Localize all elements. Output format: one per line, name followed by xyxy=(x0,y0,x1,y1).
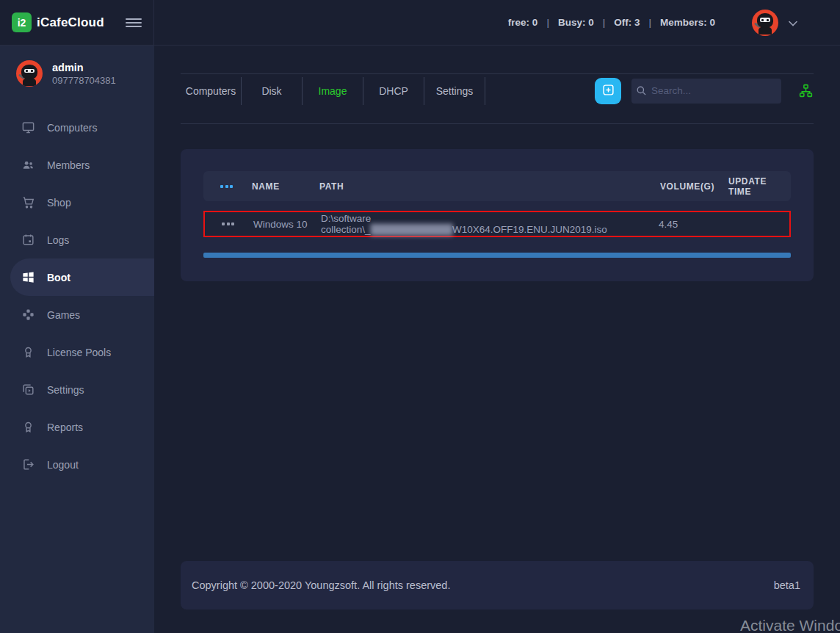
monitor-icon xyxy=(21,120,35,135)
cell-path: D:\software collection\_█████████████W10… xyxy=(321,213,659,235)
column-header-name: NAME xyxy=(252,181,319,192)
column-header-volume: VOLUME(G) xyxy=(660,181,728,192)
badge-icon xyxy=(21,345,35,360)
gamepad-icon xyxy=(21,308,35,322)
search-box xyxy=(631,79,781,104)
tab-settings[interactable]: Settings xyxy=(424,77,485,105)
sidebar-item-label: Reports xyxy=(47,422,83,433)
tab-bar: Computers Disk Image DHCP Settings xyxy=(181,77,485,105)
sidebar-item-label: Shop xyxy=(47,197,71,209)
stat-members: Members: 0 xyxy=(660,17,715,28)
row-actions-icon[interactable] xyxy=(205,223,253,225)
version-label: beta1 xyxy=(774,579,800,591)
stat-separator: | xyxy=(546,17,549,28)
cell-volume: 4.45 xyxy=(659,219,727,230)
search-input[interactable] xyxy=(651,85,781,96)
topbar: i2 iCafeCloud free: 0 | Busy: 0 | Off: 3… xyxy=(0,0,840,46)
table-header: NAME PATH VOLUME(G) UPDATE TIME xyxy=(203,171,791,201)
divider xyxy=(181,123,814,124)
members-icon xyxy=(21,158,35,173)
footer: Copyright © 2000-2020 Youngzsoft. All ri… xyxy=(181,561,814,610)
sidebar-item-shop[interactable]: Shop xyxy=(0,184,154,221)
sidebar-item-logs[interactable]: Logs xyxy=(0,221,154,258)
logout-icon xyxy=(21,457,35,472)
column-header-update-time: UPDATE TIME xyxy=(728,176,791,197)
column-header-path: PATH xyxy=(319,181,660,192)
stat-off: Off: 3 xyxy=(614,17,640,28)
tabs-toolbar-row: Computers Disk Image DHCP Settings xyxy=(181,73,814,107)
sidebar-item-label: Logs xyxy=(47,234,69,246)
main-content: Computers Disk Image DHCP Settings xyxy=(154,73,840,610)
sidebar-menu: Computers Members Shop Logs Boot xyxy=(0,109,154,483)
table-row[interactable]: Windows 10 D:\software collection\_█████… xyxy=(203,211,791,237)
sidebar-item-logout[interactable]: Logout xyxy=(0,446,154,483)
tab-computers[interactable]: Computers xyxy=(181,77,242,105)
calendar-icon xyxy=(21,233,35,247)
sidebar-item-members[interactable]: Members xyxy=(0,146,154,184)
badge-icon xyxy=(21,420,35,435)
logo-icon: i2 xyxy=(12,12,32,32)
sidebar: admin 097778704381 Computers Members Sho… xyxy=(0,46,154,633)
sidebar-item-license-pools[interactable]: License Pools xyxy=(0,333,154,371)
search-icon xyxy=(631,85,651,96)
sidebar-item-settings[interactable]: Settings xyxy=(0,371,154,408)
row-actions-icon[interactable] xyxy=(203,185,252,188)
profile-name: admin xyxy=(52,62,116,73)
censored-path-segment: █████████████ xyxy=(371,224,452,235)
menu-icon[interactable] xyxy=(126,16,142,29)
chevron-down-icon[interactable] xyxy=(789,16,797,29)
toolbar xyxy=(595,78,814,104)
sidebar-item-label: Boot xyxy=(47,272,70,283)
stat-free: free: 0 xyxy=(508,17,538,28)
tab-image[interactable]: Image xyxy=(303,77,363,105)
tab-dhcp[interactable]: DHCP xyxy=(363,77,424,105)
stat-separator: | xyxy=(603,17,606,28)
profile-phone: 097778704381 xyxy=(52,75,116,86)
image-table-panel: NAME PATH VOLUME(G) UPDATE TIME Windows … xyxy=(181,149,814,281)
horizontal-scrollbar[interactable] xyxy=(203,253,791,258)
topbar-right: free: 0 | Busy: 0 | Off: 3 | Members: 0 xyxy=(154,10,840,36)
app-logo[interactable]: i2 iCafeCloud xyxy=(12,12,104,32)
profile-avatar xyxy=(16,60,43,87)
sidebar-item-label: Logout xyxy=(47,459,79,471)
cart-icon xyxy=(21,195,35,210)
sidebar-item-games[interactable]: Games xyxy=(0,296,154,333)
user-avatar[interactable] xyxy=(752,10,778,36)
plus-icon xyxy=(602,84,615,98)
cell-name: Windows 10 xyxy=(253,219,321,230)
sidebar-item-label: Games xyxy=(47,309,80,321)
sidebar-item-label: Computers xyxy=(47,122,97,134)
sidebar-item-label: Settings xyxy=(47,384,84,396)
sidebar-item-label: License Pools xyxy=(47,347,111,358)
tab-disk[interactable]: Disk xyxy=(242,77,303,105)
windows-icon xyxy=(21,270,35,285)
sidebar-item-reports[interactable]: Reports xyxy=(0,408,154,446)
network-topology-icon[interactable] xyxy=(798,83,814,98)
add-button[interactable] xyxy=(595,78,621,104)
sidebar-item-computers[interactable]: Computers xyxy=(0,109,154,146)
stat-busy: Busy: 0 xyxy=(558,17,594,28)
stat-separator: | xyxy=(648,17,651,28)
sidebar-item-boot[interactable]: Boot xyxy=(10,258,154,296)
app-title: iCafeCloud xyxy=(37,15,104,30)
status-counters: free: 0 | Busy: 0 | Off: 3 | Members: 0 xyxy=(508,17,715,28)
activate-windows-watermark: Activate Windows xyxy=(740,617,840,633)
profile-block: admin 097778704381 xyxy=(0,60,154,91)
copyright-text: Copyright © 2000-2020 Youngzsoft. All ri… xyxy=(192,579,450,591)
brand-zone: i2 iCafeCloud xyxy=(0,0,154,45)
layers-icon xyxy=(21,383,35,397)
sidebar-item-label: Members xyxy=(47,159,90,171)
